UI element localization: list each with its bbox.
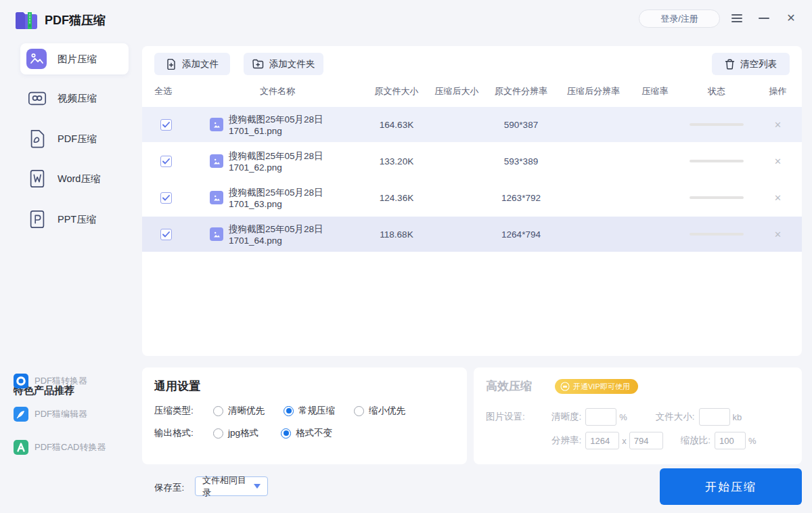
app-title: PDF猫压缩 xyxy=(45,12,106,28)
radio-circle-icon xyxy=(213,406,223,416)
general-settings-title: 通用设置 xyxy=(154,378,200,394)
row-checkbox[interactable] xyxy=(160,156,172,167)
product-label: PDF猫CAD转换器 xyxy=(35,441,106,453)
radio-circle-icon xyxy=(213,428,223,439)
original-size: 124.36K xyxy=(365,193,428,203)
clarity-input[interactable] xyxy=(585,408,616,426)
window-controls: ✕ xyxy=(731,12,797,24)
radio-label: 缩小优先 xyxy=(369,405,405,417)
radio-regular-compress[interactable]: 常规压缩 xyxy=(284,405,335,417)
product-label: PDF猫编辑器 xyxy=(35,408,87,420)
remove-file-icon[interactable]: ✕ xyxy=(774,120,782,129)
pdf-compress-icon xyxy=(27,129,47,149)
editor-pen-icon xyxy=(14,407,28,422)
radio-label: 格式不变 xyxy=(296,427,332,439)
table-row: 搜狗截图25年05月28日1701_61.png 164.63K 590*387… xyxy=(142,107,802,142)
radio-jpg-format[interactable]: jpg格式 xyxy=(213,427,258,439)
sidebar-item-label: Word压缩 xyxy=(58,173,100,185)
word-compress-icon xyxy=(27,169,47,189)
radio-label: 清晰优先 xyxy=(228,405,265,417)
header-operation: 操作 xyxy=(754,85,802,97)
row-checkbox[interactable] xyxy=(160,192,172,204)
sidebar-item-word-compress[interactable]: Word压缩 xyxy=(20,163,129,194)
radio-circle-icon xyxy=(354,406,364,416)
remove-file-icon[interactable]: ✕ xyxy=(774,157,782,166)
product-label: PDF猫转换器 xyxy=(35,375,87,387)
minimize-icon[interactable] xyxy=(758,12,770,24)
add-folder-label: 添加文件夹 xyxy=(269,58,315,70)
file-name: 搜狗截图25年05月28日1701_62.png xyxy=(229,150,365,173)
add-folder-button[interactable]: 添加文件夹 xyxy=(244,53,323,75)
image-compress-icon xyxy=(26,48,47,70)
original-size: 133.20K xyxy=(365,156,428,166)
login-register-button[interactable]: 登录/注册 xyxy=(639,9,720,28)
sidebar-item-label: 视频压缩 xyxy=(58,92,97,105)
header-select-all[interactable]: 全选 xyxy=(142,85,189,97)
image-settings-row-1: 图片设置: 清晰度: % 文件大小: kb xyxy=(486,408,742,426)
image-file-icon xyxy=(210,227,223,241)
product-pdf-editor[interactable]: PDF猫编辑器 xyxy=(14,406,87,422)
scale-unit: % xyxy=(748,436,757,446)
sidebar-item-label: PDF压缩 xyxy=(58,133,97,146)
original-resolution: 1263*792 xyxy=(486,193,556,203)
folder-plus-icon xyxy=(252,59,264,69)
file-list-panel: 添加文件 添加文件夹 清空列表 全选 文件名称 原文件大小 压缩后大小 原文件 xyxy=(142,46,802,356)
scale-label: 缩放比: xyxy=(681,434,710,447)
product-pdf-cad-converter[interactable]: PDF猫CAD转换器 xyxy=(14,439,106,455)
add-file-label: 添加文件 xyxy=(182,58,219,70)
status-progress-bar xyxy=(690,123,744,126)
file-name: 搜狗截图25年05月28日1701_64.png xyxy=(229,223,365,246)
menu-hamburger-icon[interactable] xyxy=(731,12,743,24)
product-pdf-converter[interactable]: PDF猫转换器 xyxy=(14,373,87,389)
save-to-dropdown[interactable]: 文件相同目录 xyxy=(195,476,268,496)
image-file-icon xyxy=(210,191,223,204)
resolution-height-input[interactable] xyxy=(629,432,663,449)
filesize-unit: kb xyxy=(733,412,742,422)
sidebar-item-image-compress[interactable]: 图片压缩 xyxy=(20,43,129,74)
vip-unlock-badge[interactable]: 开通VIP即可使用 xyxy=(555,379,638,394)
sidebar-item-pdf-compress[interactable]: PDF压缩 xyxy=(20,123,129,154)
original-size: 164.63K xyxy=(365,120,428,130)
clear-list-button[interactable]: 清空列表 xyxy=(712,53,790,75)
radio-clarity-first[interactable]: 清晰优先 xyxy=(213,405,265,417)
image-file-icon xyxy=(210,154,223,168)
radio-circle-icon xyxy=(284,406,294,416)
compress-type-label: 压缩类型: xyxy=(154,405,213,417)
filesize-input[interactable] xyxy=(699,408,730,426)
sidebar: 图片压缩 视频压缩 PDF压缩 Word压缩 xyxy=(0,41,142,513)
title-bar: PDF猫压缩 登录/注册 ✕ xyxy=(0,0,812,41)
radio-shrink-first[interactable]: 缩小优先 xyxy=(354,405,405,417)
remove-file-icon[interactable]: ✕ xyxy=(774,230,782,239)
app-logo-folder-icon xyxy=(15,9,38,30)
table-row: 搜狗截图25年05月28日1701_63.png 124.36K 1263*79… xyxy=(142,180,802,215)
sidebar-item-ppt-compress[interactable]: PPT压缩 xyxy=(20,204,129,235)
row-checkbox[interactable] xyxy=(160,119,172,131)
resolution-width-input[interactable] xyxy=(585,432,619,449)
efficient-compress-title: 高效压缩 xyxy=(486,378,532,394)
original-size: 118.68K xyxy=(365,229,428,240)
header-file-name: 文件名称 xyxy=(189,85,365,97)
radio-label: jpg格式 xyxy=(228,427,258,439)
header-original-resolution: 原文件分辨率 xyxy=(486,85,556,97)
chevron-down-icon xyxy=(254,484,261,489)
table-row: 搜狗截图25年05月28日1701_62.png 133.20K 593*389… xyxy=(142,143,802,179)
sidebar-item-label: 图片压缩 xyxy=(58,53,97,66)
original-resolution: 593*389 xyxy=(486,156,556,166)
table-header-row: 全选 文件名称 原文件大小 压缩后大小 原文件分辨率 压缩后分辨率 压缩率 状态… xyxy=(142,81,802,102)
add-file-button[interactable]: 添加文件 xyxy=(154,53,230,75)
sidebar-item-video-compress[interactable]: 视频压缩 xyxy=(20,83,129,114)
start-compress-button[interactable]: 开始压缩 xyxy=(660,468,802,505)
efficient-compress-panel: 高效压缩 开通VIP即可使用 图片设置: 清晰度: % 文件大小: kb 分辨率… xyxy=(474,367,802,464)
resolution-label: 分辨率: xyxy=(551,434,581,447)
output-format-row: 输出格式: jpg格式 格式不变 xyxy=(154,427,332,439)
radio-keep-format[interactable]: 格式不变 xyxy=(281,427,332,439)
scale-input[interactable] xyxy=(715,432,746,449)
filesize-label: 文件大小: xyxy=(656,411,695,423)
file-toolbar: 添加文件 添加文件夹 清空列表 xyxy=(142,53,802,76)
save-to-label: 保存至: xyxy=(154,482,184,494)
sidebar-item-label: PPT压缩 xyxy=(58,213,96,226)
row-checkbox[interactable] xyxy=(160,229,172,240)
remove-file-icon[interactable]: ✕ xyxy=(774,194,782,202)
close-icon[interactable]: ✕ xyxy=(785,12,797,24)
header-compression-ratio: 压缩率 xyxy=(631,85,679,97)
